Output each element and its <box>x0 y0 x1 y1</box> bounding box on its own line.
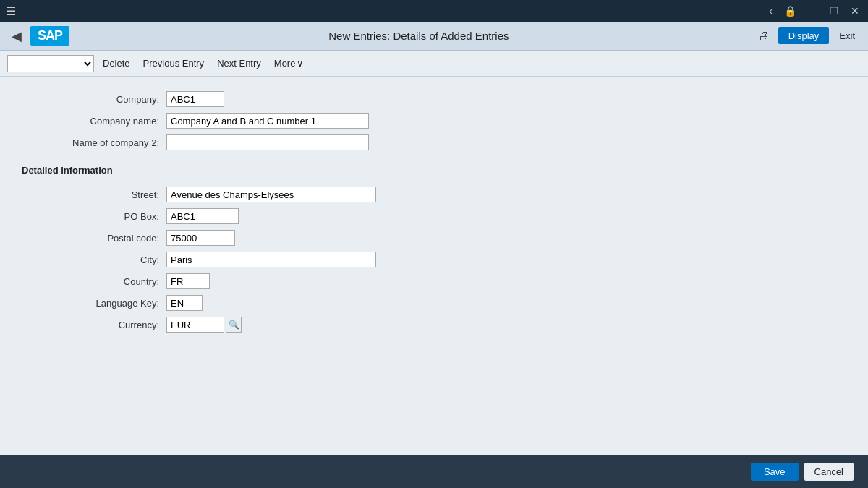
street-row: Street: <box>22 187 846 202</box>
company-row: Company: <box>22 91 846 107</box>
currency-row: Currency: 🔍 <box>22 317 846 333</box>
cancel-button[interactable]: Cancel <box>804 463 854 481</box>
language-label: Language Key: <box>22 298 166 309</box>
page-title: New Entries: Details of Added Entries <box>84 30 754 42</box>
bottom-bar: Save Cancel <box>0 455 868 488</box>
city-label: City: <box>22 254 166 265</box>
company2-input[interactable] <box>166 134 369 150</box>
toolbar-select[interactable] <box>7 55 94 72</box>
close-btn[interactable]: ✕ <box>848 4 862 18</box>
postal-input[interactable] <box>166 230 235 246</box>
pobox-row: PO Box: <box>22 208 846 224</box>
display-button[interactable]: Display <box>778 27 830 44</box>
country-row: Country: <box>22 273 846 289</box>
hamburger-icon[interactable]: ☰ <box>6 4 16 18</box>
pobox-input[interactable] <box>166 208 239 224</box>
language-row: Language Key: <box>22 295 846 311</box>
postal-label: Postal code: <box>22 233 166 244</box>
detailed-section-header: Detailed information <box>22 165 846 179</box>
basic-info-section: Company: Company name: Name of company 2… <box>22 91 846 150</box>
previous-entry-button[interactable]: Previous Entry <box>139 56 209 70</box>
currency-label: Currency: <box>22 320 166 330</box>
main-content: Company: Company name: Name of company 2… <box>0 77 868 455</box>
minimize-btn[interactable]: — <box>805 4 821 18</box>
company-input[interactable] <box>166 91 224 107</box>
detailed-section: Detailed information Street: PO Box: Pos… <box>22 165 846 333</box>
search-icon: 🔍 <box>229 320 239 330</box>
next-entry-button[interactable]: Next Entry <box>213 56 265 70</box>
sap-logo: SAP <box>30 26 69 46</box>
street-input[interactable] <box>166 187 376 202</box>
header-bar: ◀ SAP New Entries: Details of Added Entr… <box>0 22 868 51</box>
company2-row: Name of company 2: <box>22 134 846 150</box>
title-bar: ☰ ‹ 🔒 — ❐ ✕ <box>0 0 868 22</box>
company-label: Company: <box>22 94 166 105</box>
pobox-label: PO Box: <box>22 211 166 222</box>
currency-input[interactable] <box>166 317 224 333</box>
currency-field-group: 🔍 <box>166 317 242 333</box>
toolbar: Delete Previous Entry Next Entry More ∨ <box>0 51 868 77</box>
exit-button[interactable]: Exit <box>833 27 861 44</box>
company-name-input[interactable] <box>166 113 369 129</box>
back-button[interactable]: ◀ <box>7 27 26 46</box>
more-button[interactable]: More ∨ <box>270 56 309 70</box>
back-window-btn[interactable]: ‹ <box>766 4 775 18</box>
city-row: City: <box>22 252 846 267</box>
street-label: Street: <box>22 189 166 200</box>
language-input[interactable] <box>166 295 203 311</box>
currency-search-button[interactable]: 🔍 <box>226 317 242 333</box>
company2-label: Name of company 2: <box>22 137 166 148</box>
country-input[interactable] <box>166 273 210 289</box>
company-name-row: Company name: <box>22 113 846 129</box>
print-button[interactable]: 🖨 <box>754 28 774 44</box>
company-name-label: Company name: <box>22 116 166 127</box>
city-input[interactable] <box>166 252 376 267</box>
delete-button[interactable]: Delete <box>98 56 135 70</box>
postal-row: Postal code: <box>22 230 846 246</box>
restore-btn[interactable]: ❐ <box>827 4 842 18</box>
country-label: Country: <box>22 276 166 287</box>
save-button[interactable]: Save <box>751 463 799 481</box>
lock-icon[interactable]: 🔒 <box>781 4 799 18</box>
